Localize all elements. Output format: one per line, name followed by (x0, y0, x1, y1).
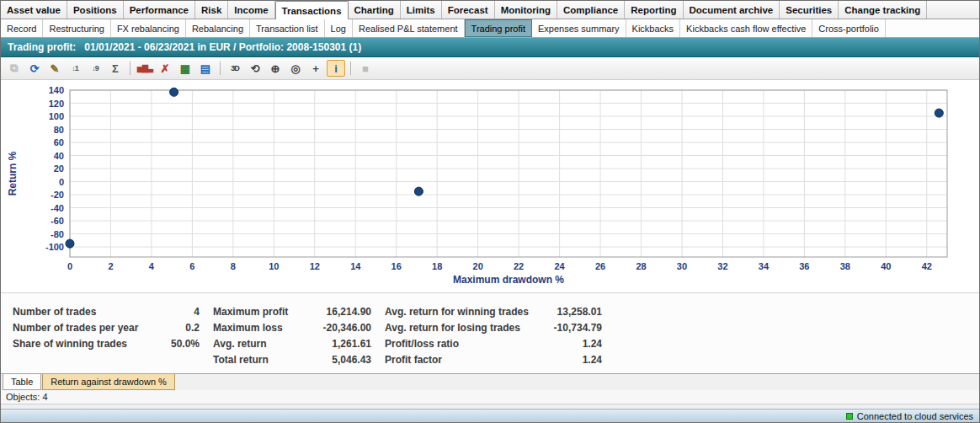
bottom-tab-strip: TableReturn against drawdown % (1, 373, 979, 390)
stat-label: Profit factor (385, 354, 442, 366)
bottom-tab-table[interactable]: Table (3, 374, 41, 390)
toolbar-separator (350, 62, 351, 75)
stat-row: Avg. return1,261.61 (213, 335, 371, 351)
chart-table-icon[interactable]: ▤ (196, 60, 215, 77)
svg-text:2: 2 (108, 261, 113, 271)
stat-value: 5,046.43 (332, 354, 371, 366)
sub-tab-strip: RecordRestructuringFX rebalancingRebalan… (1, 19, 979, 38)
3d-icon[interactable]: 3D (226, 60, 244, 77)
tab-document-archive[interactable]: Document archive (684, 1, 780, 19)
chart-toolbar: ⧉⟳✎↓1↓9Σ▅▇▃✗▦▤3D⟲⊕◎+i■ (1, 57, 979, 80)
stats-panel: Number of trades4Number of trades per ye… (1, 292, 979, 373)
svg-text:38: 38 (840, 261, 850, 271)
svg-text:20: 20 (473, 261, 483, 271)
toolbar-separator (130, 62, 130, 75)
svg-text:14: 14 (350, 261, 361, 271)
stat-label: Total return (213, 354, 269, 366)
data-point[interactable] (66, 239, 74, 248)
tab-compliance[interactable]: Compliance (557, 1, 625, 19)
svg-text:0: 0 (67, 261, 72, 271)
main-tab-strip: Asset valuePositionsPerformanceRiskIncom… (1, 1, 979, 19)
sort-numeric-icon[interactable]: ↓1 (66, 60, 84, 77)
stat-label: Avg. return (213, 338, 267, 350)
view-title-bar: Trading profit: 01/01/2021 - 06/23/2021 … (1, 38, 979, 57)
data-point[interactable] (935, 109, 943, 117)
subtab-rebalancing[interactable]: Rebalancing (186, 19, 250, 37)
stat-row: Profit factor1.24 (385, 351, 602, 367)
stat-value: 1.24 (583, 354, 602, 366)
axes-icon[interactable]: ⊕ (266, 60, 285, 77)
stat-row: Total return5,046.43 (213, 351, 371, 367)
tab-limits[interactable]: Limits (401, 1, 442, 19)
stat-label: Avg. return for losing trades (385, 322, 520, 334)
zoom-reset-icon[interactable]: ⟲ (246, 60, 264, 77)
zoom-icon[interactable]: ◎ (286, 60, 305, 77)
stat-value: 16,214.90 (327, 306, 371, 318)
tab-reporting[interactable]: Reporting (625, 1, 683, 19)
tab-performance[interactable]: Performance (124, 1, 195, 19)
svg-text:140: 140 (49, 85, 64, 95)
subtab-fx-rebalancing[interactable]: FX rebalancing (111, 19, 186, 37)
tab-forecast[interactable]: Forecast (442, 1, 495, 19)
svg-text:6: 6 (189, 261, 194, 271)
svg-text:80: 80 (54, 125, 64, 135)
stats-column-2: Maximum profit16,214.90Maximum loss-20,3… (213, 303, 371, 373)
info-icon[interactable]: i (327, 60, 345, 77)
toolbar-separator (220, 62, 221, 75)
scatter-chart[interactable]: -100-80-60-40-20020406080100120140024681… (4, 85, 974, 287)
subtab-expenses-summary[interactable]: Expenses summary (532, 19, 626, 37)
tab-positions[interactable]: Positions (67, 1, 124, 19)
tab-asset-value[interactable]: Asset value (1, 1, 67, 19)
y-axis-label: Return % (7, 151, 19, 195)
objects-count: Objects: 4 (6, 392, 48, 402)
stat-value: 1,261.61 (332, 338, 371, 350)
tab-monitoring[interactable]: Monitoring (495, 1, 557, 19)
svg-text:24: 24 (554, 261, 565, 271)
subtab-restructuring[interactable]: Restructuring (43, 19, 110, 37)
subtab-kickbacks[interactable]: Kickbacks (626, 19, 681, 37)
copy-icon: ⧉ (5, 60, 24, 77)
subtab-record[interactable]: Record (1, 19, 43, 37)
subtab-kickbacks-cash-flow-effective[interactable]: Kickbacks cash flow effective (680, 19, 812, 37)
svg-text:22: 22 (514, 261, 524, 271)
subtab-transaction-list[interactable]: Transaction list (250, 19, 325, 37)
refresh-icon[interactable]: ⟳ (25, 60, 44, 77)
tab-securities[interactable]: Securities (780, 1, 839, 19)
svg-text:40: 40 (54, 151, 64, 161)
stat-row: Maximum loss-20,346.00 (213, 319, 371, 335)
stat-label: Profit/loss ratio (385, 338, 459, 350)
bottom-tab-return-against-drawdown[interactable]: Return against drawdown % (42, 374, 175, 390)
tab-change-tracking[interactable]: Change tracking (839, 1, 927, 19)
tab-income[interactable]: Income (228, 1, 274, 19)
chart-remove-icon[interactable]: ✗ (156, 60, 174, 77)
subtab-log[interactable]: Log (325, 19, 353, 37)
edit-filter-icon[interactable]: ✎ (45, 60, 64, 77)
stat-label: Maximum profit (213, 306, 288, 318)
bar-chart-icon[interactable]: ▅▇▃ (136, 60, 154, 77)
data-point[interactable] (170, 88, 178, 96)
sort-value-icon[interactable]: ↓9 (86, 60, 104, 77)
stat-row: Avg. return for winning trades13,258.01 (385, 303, 602, 319)
statistics-icon[interactable]: Σ (106, 60, 125, 77)
view-title: Trading profit: 01/01/2021 - 06/23/2021 … (8, 41, 361, 53)
connection-status: Connected to cloud services (857, 411, 973, 421)
subtab-cross-portfolio[interactable]: Cross-portfolio (812, 19, 886, 37)
data-point[interactable] (414, 187, 423, 195)
stat-value: 4 (194, 306, 200, 318)
subtab-trading-profit[interactable]: Trading profit (465, 19, 532, 37)
chart-style-icon[interactable]: ▦ (176, 60, 194, 77)
tab-risk[interactable]: Risk (195, 1, 228, 19)
stat-row: Profit/loss ratio1.24 (385, 335, 602, 351)
svg-text:-20: -20 (51, 190, 64, 200)
svg-text:120: 120 (49, 99, 64, 109)
tab-charting[interactable]: Charting (349, 1, 401, 19)
stat-row: Share of winning trades50.0% (13, 335, 200, 351)
stat-row: Maximum profit16,214.90 (213, 303, 371, 319)
svg-text:60: 60 (54, 137, 64, 147)
svg-text:8: 8 (231, 261, 236, 271)
crosshair-icon[interactable]: + (306, 60, 325, 77)
subtab-realised-p-l-statement[interactable]: Realised P&L statement (353, 19, 465, 37)
chart-panel[interactable]: -100-80-60-40-20020406080100120140024681… (1, 80, 979, 292)
tab-transactions[interactable]: Transactions (275, 1, 349, 19)
svg-text:-100: -100 (45, 242, 64, 252)
